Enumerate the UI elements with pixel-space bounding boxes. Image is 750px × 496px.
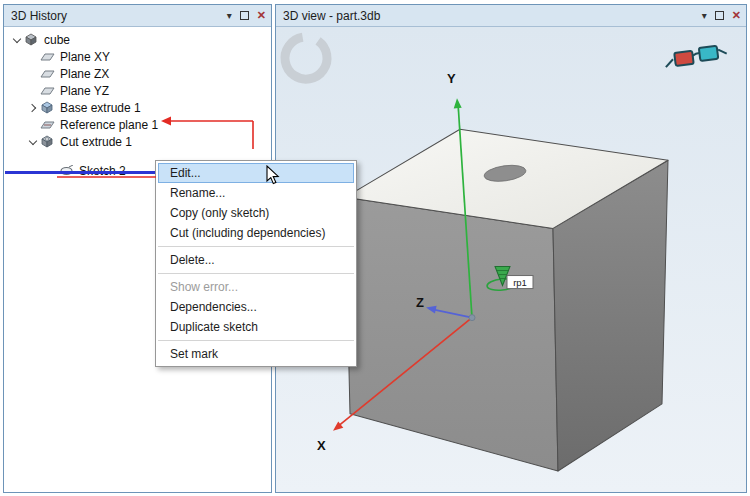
menu-separator <box>158 273 354 274</box>
history-titlebar[interactable]: 3D History ▾ ✕ <box>4 5 271 27</box>
tree-item-label: cube <box>40 33 70 47</box>
menu-item-show-error: Show error... <box>156 277 356 297</box>
tree-item-plane-yz[interactable]: Plane YZ <box>4 82 271 99</box>
tree-item-plane-xy[interactable]: Plane XY <box>4 48 271 65</box>
menu-item-edit[interactable]: Edit... <box>158 163 354 183</box>
tree-item-label: Base extrude 1 <box>56 101 141 115</box>
origin-point <box>469 315 475 321</box>
tree-item-label: Reference plane 1 <box>56 118 158 132</box>
cube-solid <box>345 129 668 471</box>
menu-item-cut[interactable]: Cut (including dependencies) <box>156 223 356 243</box>
maximize-button[interactable] <box>240 11 249 20</box>
chevron-spacer <box>26 67 40 81</box>
plane-icon <box>40 84 56 98</box>
plane-icon <box>40 67 56 81</box>
menu-item-set-mark[interactable]: Set mark <box>156 344 356 364</box>
tree-item-label: Plane YZ <box>56 84 109 98</box>
close-button[interactable]: ✕ <box>257 10 266 21</box>
plane-icon <box>40 50 56 64</box>
menu-item-copy[interactable]: Copy (only sketch) <box>156 203 356 223</box>
tree-item-label: Plane XY <box>56 50 110 64</box>
marker-label: rp1 <box>513 277 527 288</box>
tree-item-cut-extrude[interactable]: Cut extrude 1 <box>4 133 271 150</box>
3d-view-titlebar[interactable]: 3D view - part.3db ▾ ✕ <box>276 5 746 27</box>
pin-menu-button[interactable]: ▾ <box>227 11 232 21</box>
reference-plane-icon <box>40 118 56 132</box>
panel-title: 3D view - part.3db <box>283 9 702 23</box>
chevron-spacer <box>26 84 40 98</box>
tree-item-base-extrude[interactable]: Base extrude 1 <box>4 99 271 116</box>
chevron-spacer <box>26 50 40 64</box>
tree-item-reference-plane[interactable]: Reference plane 1 <box>4 116 271 133</box>
context-menu: Edit... Rename... Copy (only sketch) Cut… <box>155 160 357 367</box>
x-axis-label: X <box>317 438 326 453</box>
tree-item-label: Plane ZX <box>56 67 109 81</box>
tree-item-plane-zx[interactable]: Plane ZX <box>4 65 271 82</box>
z-axis-label: Z <box>416 295 424 310</box>
extrude-icon <box>40 101 56 115</box>
pin-menu-button[interactable]: ▾ <box>702 11 707 21</box>
chevron-right-icon[interactable] <box>26 101 40 115</box>
y-axis-label: Y <box>447 71 456 86</box>
menu-item-delete[interactable]: Delete... <box>156 250 356 270</box>
menu-item-dependencies[interactable]: Dependencies... <box>156 297 356 317</box>
menu-item-duplicate-sketch[interactable]: Duplicate sketch <box>156 317 356 337</box>
part-icon <box>24 33 40 47</box>
panel-title: 3D History <box>11 9 227 23</box>
close-button[interactable]: ✕ <box>732 10 741 21</box>
tree-item-label: Cut extrude 1 <box>56 135 132 149</box>
menu-separator <box>158 246 354 247</box>
menu-item-rename[interactable]: Rename... <box>156 183 356 203</box>
chevron-spacer <box>26 118 40 132</box>
maximize-button[interactable] <box>715 11 724 20</box>
chevron-down-icon[interactable] <box>26 135 40 149</box>
chevron-down-icon[interactable] <box>10 33 24 47</box>
cut-extrude-icon <box>40 135 56 149</box>
tree-item-cube[interactable]: cube <box>4 31 271 48</box>
menu-separator <box>158 340 354 341</box>
